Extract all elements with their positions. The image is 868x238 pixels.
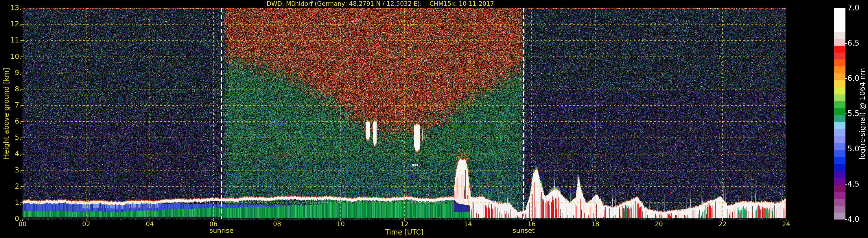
colorbar-band bbox=[834, 122, 845, 129]
plot-canvas bbox=[0, 0, 868, 238]
colorbar bbox=[834, 8, 845, 219]
y-tick-label: 9. bbox=[0, 69, 22, 77]
y-axis-title: Height above ground [km] bbox=[2, 68, 10, 160]
x-tick-label: 20 bbox=[655, 220, 663, 228]
colorbar-band bbox=[834, 136, 845, 143]
colorbar-band bbox=[834, 206, 845, 212]
x-tick-label: 10 bbox=[337, 220, 345, 228]
page-title: DWD: Mühldorf (Germany; 48.2791 N / 12.5… bbox=[267, 0, 494, 7]
colorbar-tick-label: 4.5 bbox=[847, 180, 859, 188]
x-tick-label: 02 bbox=[82, 220, 90, 228]
colorbar-band bbox=[834, 171, 845, 178]
colorbar-band bbox=[834, 143, 845, 150]
colorbar-band bbox=[834, 53, 845, 60]
x-axis-title: Time [UTC] bbox=[385, 228, 424, 236]
x-tick-label: 14 bbox=[464, 220, 472, 228]
y-tick-label: 0. bbox=[0, 215, 22, 223]
colorbar-tick-label: 5.5 bbox=[847, 109, 859, 118]
colorbar-band bbox=[834, 115, 845, 122]
colorbar-band bbox=[834, 192, 845, 199]
y-tick-label: 4. bbox=[0, 149, 22, 158]
colorbar-band bbox=[834, 73, 845, 80]
y-tick-label: 5. bbox=[0, 133, 22, 141]
y-tick-label: 3. bbox=[0, 166, 22, 174]
sun-annotation-label: sunrise bbox=[209, 227, 234, 234]
colorbar-band bbox=[834, 129, 845, 136]
colorbar-band bbox=[834, 108, 845, 115]
colorbar-tick-label: 6.0 bbox=[847, 74, 859, 82]
colorbar-band bbox=[834, 199, 845, 206]
x-tick-label: 08 bbox=[273, 220, 281, 228]
ceilometer-quicklook: DWD: Mühldorf (Germany; 48.2791 N / 12.5… bbox=[0, 0, 868, 238]
colorbar-band bbox=[834, 39, 845, 46]
sun-annotation-label: sunset bbox=[513, 227, 534, 234]
colorbar-band bbox=[834, 164, 845, 171]
colorbar-band bbox=[834, 178, 845, 185]
x-tick-label: 04 bbox=[146, 220, 154, 228]
colorbar-tick-label: 7.0 bbox=[847, 3, 859, 12]
colorbar-band bbox=[834, 80, 845, 87]
y-tick-label: 1. bbox=[0, 198, 22, 206]
colorbar-band bbox=[834, 101, 845, 108]
colorbar-tick-label: 4.0 bbox=[847, 215, 859, 224]
colorbar-band bbox=[834, 66, 845, 73]
y-tick-label: 12. bbox=[0, 20, 22, 28]
colorbar-band bbox=[834, 212, 845, 219]
y-tick-label: 11. bbox=[0, 36, 22, 44]
colorbar-band bbox=[834, 8, 845, 32]
colorbar-band bbox=[834, 87, 845, 94]
y-tick-label: 6. bbox=[0, 117, 22, 125]
colorbar-band bbox=[834, 95, 845, 101]
x-tick-label: 18 bbox=[591, 220, 599, 228]
x-tick-label: 00 bbox=[19, 220, 27, 228]
colorbar-band bbox=[834, 157, 845, 164]
x-tick-label: 22 bbox=[718, 220, 726, 228]
y-tick-label: 2. bbox=[0, 182, 22, 190]
y-tick-label: 8. bbox=[0, 85, 22, 93]
colorbar-band bbox=[834, 32, 845, 39]
x-tick-label: 24 bbox=[782, 220, 790, 228]
colorbar-tick-label: 6.5 bbox=[847, 39, 859, 47]
colorbar-band bbox=[834, 150, 845, 157]
colorbar-tick-label: 5.0 bbox=[847, 144, 859, 153]
colorbar-band bbox=[834, 185, 845, 192]
y-tick-label: 10. bbox=[0, 53, 22, 61]
y-tick-label: 7. bbox=[0, 101, 22, 109]
colorbar-title: log(rc-signal) @ 1064 nm bbox=[858, 68, 867, 160]
y-tick-label: 13. bbox=[0, 4, 22, 12]
x-tick-label: 12 bbox=[400, 220, 408, 228]
colorbar-band bbox=[834, 46, 845, 53]
colorbar-band bbox=[834, 60, 845, 66]
